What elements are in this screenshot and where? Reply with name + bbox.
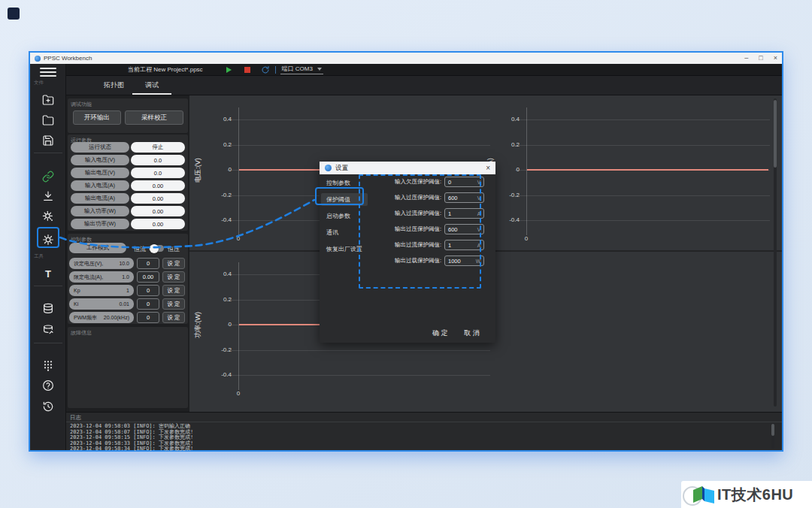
set-button[interactable]: 设 定: [162, 285, 185, 296]
stop-button[interactable]: [242, 65, 253, 74]
control-param-row: 限定电流(A),1.0 0.00 设 定: [69, 271, 186, 283]
control-param-label: 设定电压(V),10.0: [69, 258, 134, 269]
mode-cv-label[interactable]: 恒压: [168, 245, 180, 253]
dialog-cancel-button[interactable]: 取 消: [464, 328, 480, 338]
y-tick: 0.4: [192, 116, 232, 122]
field-input[interactable]: 600V: [444, 192, 484, 203]
menu-hamburger-icon[interactable]: [40, 68, 56, 78]
y-tick: -0.4: [192, 371, 232, 378]
menu-item-protection-thresholds[interactable]: 保护阈值: [321, 193, 368, 206]
dialog-fields: 输入欠压保护阈值: 0V 输入过压保护阈值: 600V 输入过流保护阈值: 1A…: [378, 177, 484, 266]
new-project-button[interactable]: [41, 93, 55, 107]
mode-cc-label[interactable]: 恒流: [134, 245, 146, 253]
control-param-input[interactable]: 0: [137, 312, 159, 323]
download-icon: [42, 190, 54, 202]
field-input[interactable]: 0V: [444, 177, 484, 187]
debug-settings-button[interactable]: [41, 210, 55, 223]
y-tick: 0.4: [192, 271, 232, 277]
set-button[interactable]: 设 定: [162, 258, 185, 269]
run-button[interactable]: [224, 65, 235, 74]
tab-bar: 拓扑图 调试: [66, 76, 782, 95]
field-label: 输入过压保护阈值:: [378, 194, 441, 201]
x-tick: 0: [231, 235, 246, 242]
folder-plus-icon: [42, 94, 54, 106]
minimize-button[interactable]: –: [744, 55, 748, 62]
download-params-button[interactable]: [41, 189, 55, 203]
dialog-ok-button[interactable]: 确 定: [432, 328, 448, 338]
log-title: 日志: [70, 414, 81, 422]
database-export-button[interactable]: [41, 323, 55, 337]
database-alt-icon: [42, 324, 54, 336]
run-param-row: 输出电流(A)0.00: [71, 193, 185, 204]
run-param-label: 输出电流(A): [71, 193, 129, 204]
log-divider: [66, 422, 782, 422]
dialog-close-button[interactable]: ×: [486, 165, 490, 172]
open-project-button[interactable]: [41, 113, 55, 127]
chevron-down-icon: [317, 68, 322, 71]
set-button[interactable]: 设 定: [162, 298, 185, 310]
settings-dialog: 设置 × 控制参数 保护阈值 启动参数 通讯 恢复出厂设置 输入欠压保护阈值: …: [320, 162, 495, 343]
y-tick: 0.4: [496, 116, 520, 122]
menu-item-control-params[interactable]: 控制参数: [321, 177, 368, 189]
menu-item-communication[interactable]: 通讯: [321, 226, 368, 239]
port-dropdown[interactable]: 端口 COM3: [280, 65, 323, 74]
control-param-row: 设定电压(V),10.0 0 设 定: [69, 258, 186, 269]
run-param-label: 输入电流(A): [71, 180, 129, 191]
help-button[interactable]: [41, 379, 55, 392]
set-button[interactable]: 设 定: [162, 271, 185, 283]
run-param-row: 输入功率(W)0.00: [71, 206, 185, 216]
open-loop-output-button[interactable]: 开环输出: [73, 110, 121, 125]
work-mode-label: 工作模式: [69, 243, 126, 253]
sidebar-divider: [34, 153, 62, 153]
field-input[interactable]: 1A: [444, 240, 484, 250]
run-param-value: 0.00: [131, 180, 185, 191]
maximize-button[interactable]: □: [759, 55, 762, 62]
sampling-calibration-button[interactable]: 采样校正: [125, 110, 183, 125]
refresh-icon: [261, 65, 270, 74]
control-param-input[interactable]: 0.00: [137, 271, 159, 283]
database-button[interactable]: [41, 302, 55, 316]
menu-item-startup-params[interactable]: 启动参数: [321, 210, 368, 222]
help-icon: [42, 379, 54, 392]
control-param-input[interactable]: 0: [137, 298, 159, 310]
run-param-value: 0.00: [131, 206, 185, 216]
field-input[interactable]: 1A: [444, 208, 484, 219]
run-param-label: 输出功率(W): [71, 219, 129, 229]
tab-topology[interactable]: 拓扑图: [104, 80, 124, 90]
stop-icon: [244, 67, 250, 73]
field-label: 输出过载保护阈值:: [378, 257, 441, 265]
settings-button[interactable]: [41, 233, 55, 246]
menu-item-factory-reset[interactable]: 恢复出厂设置: [321, 243, 368, 256]
field-input[interactable]: 600V: [444, 224, 484, 234]
log-scrollbar[interactable]: [771, 423, 774, 449]
close-button[interactable]: ×: [774, 55, 777, 62]
y-tick: -0.4: [496, 216, 520, 223]
dialog-menu: 控制参数 保护阈值 启动参数 通讯 恢复出厂设置: [321, 177, 368, 259]
history-button[interactable]: [41, 400, 55, 413]
text-tool-button[interactable]: T: [41, 267, 55, 280]
save-icon: [42, 135, 54, 147]
tab-debug[interactable]: 调试: [145, 80, 159, 90]
run-param-label: 输入功率(W): [71, 206, 129, 216]
field-input[interactable]: 1000W: [444, 256, 484, 266]
y-axis: [526, 107, 527, 235]
charts-scrollbar[interactable]: [774, 98, 777, 407]
mode-toggle[interactable]: [149, 245, 164, 252]
scrollbar-thumb[interactable]: [771, 424, 774, 436]
active-tab-underline: [132, 93, 171, 95]
keypad-button[interactable]: [41, 358, 55, 372]
connect-button[interactable]: [41, 170, 55, 183]
field-row: 输入过流保护阈值: 1A: [378, 208, 484, 219]
scrollbar-thumb[interactable]: [774, 100, 777, 168]
control-param-label: Kp1: [69, 285, 134, 296]
gear-icon: [42, 234, 54, 246]
save-project-button[interactable]: [41, 134, 55, 147]
run-param-label: 运行状态: [71, 142, 129, 153]
run-param-row: 输入电压(V)0.0: [71, 155, 185, 165]
field-row: 输出过压保护阈值: 600V: [378, 224, 484, 234]
control-param-input[interactable]: 0: [137, 285, 159, 296]
refresh-button[interactable]: [260, 65, 271, 74]
control-param-input[interactable]: 0: [137, 258, 159, 269]
set-button[interactable]: 设 定: [162, 312, 185, 323]
run-param-row: 输出电压(V)0.0: [71, 168, 185, 178]
